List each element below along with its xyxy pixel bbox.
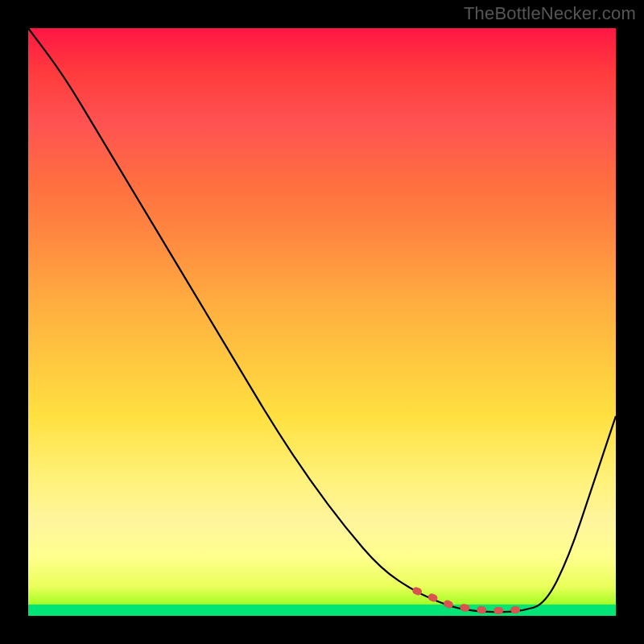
chart-frame: TheBottleNecker.com (0, 0, 644, 644)
watermark-text: TheBottleNecker.com (464, 3, 636, 24)
curve-layer (28, 28, 616, 616)
optimal-range-marker (416, 591, 522, 611)
bottleneck-curve (28, 28, 616, 612)
plot-area (28, 28, 616, 616)
